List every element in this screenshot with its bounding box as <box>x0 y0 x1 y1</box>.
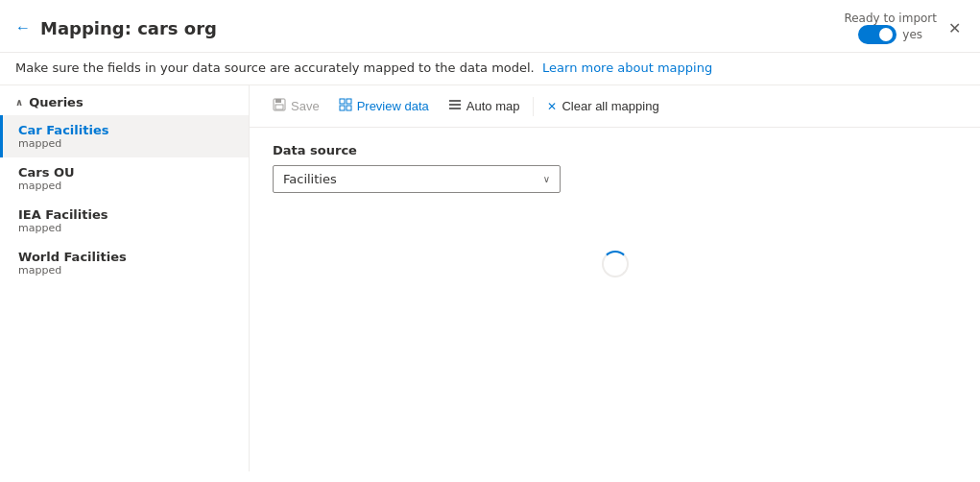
sidebar-item-status: mapped <box>18 180 233 192</box>
automap-label: Auto map <box>466 99 520 113</box>
clear-all-mapping-button[interactable]: ✕ Clear all mapping <box>539 94 666 118</box>
sidebar-item-name: Car Facilities <box>18 123 233 137</box>
learn-more-link[interactable]: Learn more about mapping <box>542 60 712 75</box>
sidebar-item-car-facilities[interactable]: Car Facilities mapped <box>0 115 249 157</box>
toggle-track <box>858 25 896 44</box>
main-layout: ∧ Queries Car Facilities mapped Cars OU … <box>0 85 980 471</box>
chevron-up-icon: ∧ <box>15 97 23 108</box>
sidebar-item-status: mapped <box>18 137 233 150</box>
header-left: ← Mapping: cars org <box>15 18 217 38</box>
svg-rect-1 <box>275 99 281 103</box>
sidebar-item-name: IEA Facilities <box>18 207 233 222</box>
toolbar: Save Preview data <box>250 85 980 128</box>
toggle-container: yes <box>858 25 922 44</box>
save-icon <box>273 98 286 114</box>
data-source-dropdown[interactable]: Facilities ∨ <box>273 165 561 193</box>
svg-rect-2 <box>275 105 283 109</box>
sidebar-item-iea-facilities[interactable]: IEA Facilities mapped <box>0 200 249 242</box>
loading-container <box>273 193 957 277</box>
sidebar-item-status: mapped <box>18 264 233 277</box>
sidebar: ∧ Queries Car Facilities mapped Cars OU … <box>0 85 250 471</box>
data-source-label: Data source <box>273 143 957 157</box>
save-label: Save <box>291 99 320 113</box>
chevron-down-icon: ∨ <box>543 174 550 184</box>
data-source-select: Facilities ∨ <box>273 165 561 193</box>
auto-map-button[interactable]: Auto map <box>441 93 528 119</box>
toolbar-separator <box>533 97 534 116</box>
svg-rect-5 <box>340 106 345 110</box>
clear-label: Clear all mapping <box>562 99 658 113</box>
back-button[interactable]: ← <box>15 19 31 36</box>
sidebar-item-world-facilities[interactable]: World Facilities mapped <box>0 242 249 284</box>
header-right: Ready to import yes ✕ <box>844 12 965 44</box>
close-button[interactable]: ✕ <box>944 15 965 41</box>
preview-label: Preview data <box>357 99 429 113</box>
svg-rect-3 <box>340 99 345 104</box>
svg-rect-6 <box>347 106 351 110</box>
sidebar-item-name: Cars OU <box>18 165 233 180</box>
page-title: Mapping: cars org <box>40 18 217 38</box>
sidebar-section-label: Queries <box>29 95 84 109</box>
subtitle-text: Make sure the fields in your data source… <box>15 60 535 75</box>
header: ← Mapping: cars org Ready to import yes … <box>0 0 980 53</box>
sidebar-item-cars-ou[interactable]: Cars OU mapped <box>0 157 249 200</box>
toggle-thumb <box>879 28 893 41</box>
select-value: Facilities <box>283 172 337 186</box>
toggle-yes-label: yes <box>902 28 922 41</box>
subtitle-bar: Make sure the fields in your data source… <box>0 53 980 85</box>
automap-icon <box>448 98 462 114</box>
clear-icon: ✕ <box>547 100 557 113</box>
loading-spinner <box>602 251 629 277</box>
sidebar-section-header: ∧ Queries <box>0 85 249 115</box>
sidebar-item-name: World Facilities <box>18 250 233 264</box>
ready-to-import-label: Ready to import <box>844 12 937 25</box>
save-button[interactable]: Save <box>265 93 327 119</box>
data-source-area: Data source Facilities ∨ <box>250 128 980 471</box>
preview-icon <box>339 98 352 114</box>
content-area: Save Preview data <box>250 85 980 471</box>
svg-rect-4 <box>347 99 351 104</box>
import-toggle[interactable] <box>858 25 896 44</box>
preview-data-button[interactable]: Preview data <box>331 93 437 119</box>
sidebar-item-status: mapped <box>18 222 233 234</box>
